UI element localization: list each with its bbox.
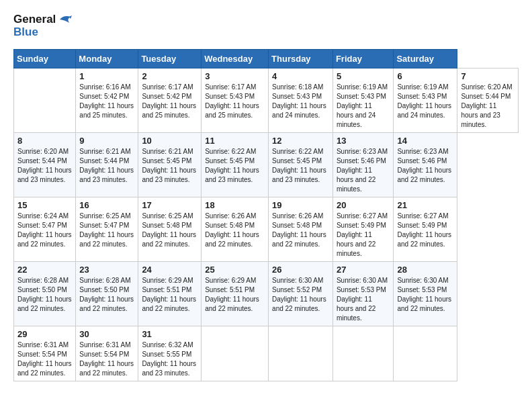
calendar-cell: 16Sunrise: 6:25 AMSunset: 5:47 PMDayligh… [76, 197, 138, 262]
calendar-week-5: 29Sunrise: 6:31 AMSunset: 5:54 PMDayligh… [14, 326, 519, 381]
calendar-cell: 26Sunrise: 6:30 AMSunset: 5:52 PMDayligh… [269, 262, 333, 326]
day-number: 17 [142, 200, 197, 210]
day-header-saturday: Saturday [394, 50, 457, 68]
calendar-cell: 28Sunrise: 6:30 AMSunset: 5:53 PMDayligh… [394, 262, 457, 326]
day-number: 4 [272, 71, 329, 81]
day-info: Sunrise: 6:17 AMSunset: 5:42 PMDaylight:… [142, 83, 197, 120]
calendar-cell: 15Sunrise: 6:24 AMSunset: 5:47 PMDayligh… [14, 197, 76, 262]
day-header-sunday: Sunday [14, 50, 76, 68]
day-info: Sunrise: 6:22 AMSunset: 5:45 PMDaylight:… [205, 147, 265, 185]
day-number: 1 [79, 71, 134, 81]
day-info: Sunrise: 6:19 AMSunset: 5:43 PMDaylight:… [337, 83, 390, 130]
logo: General Blue [13, 13, 72, 38]
day-info: Sunrise: 6:25 AMSunset: 5:48 PMDaylight:… [142, 212, 197, 249]
header: General Blue [13, 13, 519, 38]
day-number: 5 [337, 71, 390, 81]
day-info: Sunrise: 6:28 AMSunset: 5:50 PMDaylight:… [79, 276, 134, 314]
calendar-cell: 2Sunrise: 6:17 AMSunset: 5:42 PMDaylight… [138, 68, 202, 133]
day-number: 31 [142, 329, 197, 339]
calendar-cell: 14Sunrise: 6:23 AMSunset: 5:46 PMDayligh… [394, 133, 457, 197]
calendar-cell: 21Sunrise: 6:27 AMSunset: 5:49 PMDayligh… [394, 197, 457, 262]
day-info: Sunrise: 6:16 AMSunset: 5:42 PMDaylight:… [79, 83, 134, 120]
day-header-friday: Friday [332, 50, 394, 68]
empty-cell [14, 68, 76, 133]
day-info: Sunrise: 6:18 AMSunset: 5:43 PMDaylight:… [272, 83, 329, 120]
calendar-header-row: SundayMondayTuesdayWednesdayThursdayFrid… [14, 50, 519, 68]
day-number: 27 [337, 265, 390, 275]
day-number: 21 [397, 200, 453, 210]
day-info: Sunrise: 6:26 AMSunset: 5:48 PMDaylight:… [205, 212, 265, 249]
calendar-cell [332, 326, 394, 381]
day-info: Sunrise: 6:27 AMSunset: 5:49 PMDaylight:… [337, 212, 390, 259]
day-number: 15 [17, 200, 72, 210]
day-number: 12 [272, 136, 329, 146]
calendar-cell: 13Sunrise: 6:23 AMSunset: 5:46 PMDayligh… [332, 133, 394, 197]
day-number: 28 [397, 265, 453, 275]
calendar-cell: 31Sunrise: 6:32 AMSunset: 5:55 PMDayligh… [138, 326, 202, 381]
calendar-cell: 27Sunrise: 6:30 AMSunset: 5:53 PMDayligh… [332, 262, 394, 326]
calendar-cell: 7Sunrise: 6:20 AMSunset: 5:44 PMDaylight… [457, 68, 519, 133]
calendar-cell: 6Sunrise: 6:19 AMSunset: 5:43 PMDaylight… [394, 68, 457, 133]
day-info: Sunrise: 6:20 AMSunset: 5:44 PMDaylight:… [461, 83, 515, 130]
calendar-cell: 4Sunrise: 6:18 AMSunset: 5:43 PMDaylight… [269, 68, 333, 133]
logo-blue: Blue [13, 26, 72, 39]
day-info: Sunrise: 6:17 AMSunset: 5:43 PMDaylight:… [205, 83, 265, 120]
logo-general: General [13, 13, 56, 26]
calendar-cell [269, 326, 333, 381]
day-number: 3 [205, 71, 265, 81]
day-number: 13 [337, 136, 390, 146]
calendar-cell: 25Sunrise: 6:29 AMSunset: 5:51 PMDayligh… [202, 262, 269, 326]
day-info: Sunrise: 6:32 AMSunset: 5:55 PMDaylight:… [142, 340, 197, 378]
day-number: 11 [205, 136, 265, 146]
day-info: Sunrise: 6:21 AMSunset: 5:45 PMDaylight:… [142, 147, 197, 185]
calendar-week-2: 8Sunrise: 6:20 AMSunset: 5:44 PMDaylight… [14, 133, 519, 197]
day-number: 24 [142, 265, 197, 275]
calendar-week-1: 1Sunrise: 6:16 AMSunset: 5:42 PMDaylight… [14, 68, 519, 133]
day-number: 7 [461, 71, 515, 81]
calendar-table: SundayMondayTuesdayWednesdayThursdayFrid… [13, 49, 519, 381]
calendar-cell: 18Sunrise: 6:26 AMSunset: 5:48 PMDayligh… [202, 197, 269, 262]
day-number: 19 [272, 200, 329, 210]
day-info: Sunrise: 6:25 AMSunset: 5:47 PMDaylight:… [79, 212, 134, 249]
calendar-cell [202, 326, 269, 381]
day-info: Sunrise: 6:30 AMSunset: 5:53 PMDaylight:… [337, 276, 390, 323]
day-number: 10 [142, 136, 197, 146]
calendar-week-3: 15Sunrise: 6:24 AMSunset: 5:47 PMDayligh… [14, 197, 519, 262]
day-info: Sunrise: 6:27 AMSunset: 5:49 PMDaylight:… [397, 212, 453, 249]
day-number: 6 [397, 71, 453, 81]
day-number: 2 [142, 71, 197, 81]
day-info: Sunrise: 6:28 AMSunset: 5:50 PMDaylight:… [17, 276, 72, 314]
day-info: Sunrise: 6:30 AMSunset: 5:53 PMDaylight:… [397, 276, 453, 314]
calendar-cell: 17Sunrise: 6:25 AMSunset: 5:48 PMDayligh… [138, 197, 202, 262]
day-header-thursday: Thursday [269, 50, 333, 68]
day-info: Sunrise: 6:30 AMSunset: 5:52 PMDaylight:… [272, 276, 329, 314]
calendar-cell: 11Sunrise: 6:22 AMSunset: 5:45 PMDayligh… [202, 133, 269, 197]
day-info: Sunrise: 6:31 AMSunset: 5:54 PMDaylight:… [17, 340, 72, 378]
day-info: Sunrise: 6:23 AMSunset: 5:46 PMDaylight:… [397, 147, 453, 185]
day-info: Sunrise: 6:31 AMSunset: 5:54 PMDaylight:… [79, 340, 134, 378]
day-number: 18 [205, 200, 265, 210]
calendar-cell [394, 326, 457, 381]
day-number: 30 [79, 329, 134, 339]
calendar-cell: 29Sunrise: 6:31 AMSunset: 5:54 PMDayligh… [14, 326, 76, 381]
day-info: Sunrise: 6:21 AMSunset: 5:44 PMDaylight:… [79, 147, 134, 185]
day-number: 25 [205, 265, 265, 275]
calendar-cell: 1Sunrise: 6:16 AMSunset: 5:42 PMDaylight… [76, 68, 138, 133]
day-header-tuesday: Tuesday [138, 50, 202, 68]
day-info: Sunrise: 6:19 AMSunset: 5:43 PMDaylight:… [397, 83, 453, 120]
day-info: Sunrise: 6:26 AMSunset: 5:48 PMDaylight:… [272, 212, 329, 249]
calendar-cell: 30Sunrise: 6:31 AMSunset: 5:54 PMDayligh… [76, 326, 138, 381]
calendar-cell: 19Sunrise: 6:26 AMSunset: 5:48 PMDayligh… [269, 197, 333, 262]
calendar-cell: 24Sunrise: 6:29 AMSunset: 5:51 PMDayligh… [138, 262, 202, 326]
day-number: 26 [272, 265, 329, 275]
day-info: Sunrise: 6:24 AMSunset: 5:47 PMDaylight:… [17, 212, 72, 249]
calendar-cell: 20Sunrise: 6:27 AMSunset: 5:49 PMDayligh… [332, 197, 394, 262]
day-number: 16 [79, 200, 134, 210]
day-info: Sunrise: 6:29 AMSunset: 5:51 PMDaylight:… [205, 276, 265, 314]
calendar-cell: 5Sunrise: 6:19 AMSunset: 5:43 PMDaylight… [332, 68, 394, 133]
day-info: Sunrise: 6:23 AMSunset: 5:46 PMDaylight:… [337, 147, 390, 194]
day-info: Sunrise: 6:20 AMSunset: 5:44 PMDaylight:… [17, 147, 72, 185]
day-number: 22 [17, 265, 72, 275]
day-number: 9 [79, 136, 134, 146]
day-info: Sunrise: 6:29 AMSunset: 5:51 PMDaylight:… [142, 276, 197, 314]
